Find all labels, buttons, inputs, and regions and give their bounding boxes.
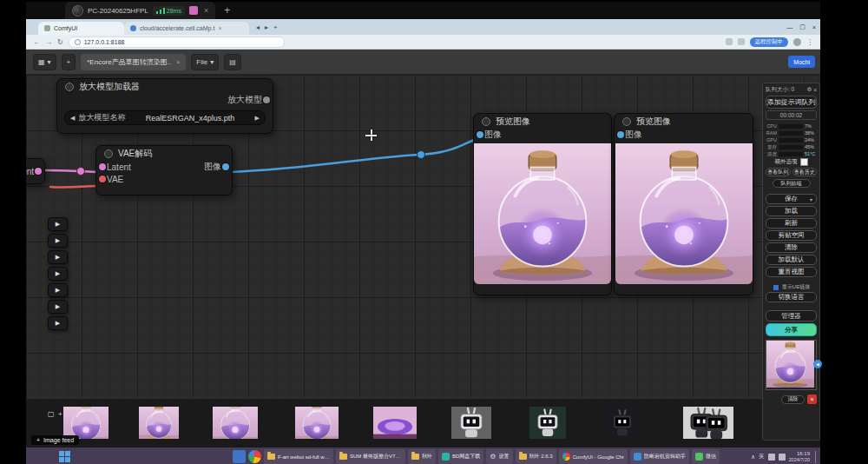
preview-image[interactable]: [615, 143, 753, 284]
close-tab-icon[interactable]: ×: [218, 25, 221, 31]
input-dot-icon[interactable]: [477, 131, 483, 138]
checkbox-icon[interactable]: [800, 158, 808, 166]
profile-avatar[interactable]: [793, 38, 801, 46]
node-header[interactable]: 预览图像: [474, 114, 611, 129]
collapsed-node[interactable]: ▶: [48, 234, 68, 248]
collapse-panel-icon[interactable]: ◀: [813, 360, 822, 368]
node-edge-partial[interactable]: Latent: [26, 158, 45, 184]
feed-thumbnail-robot[interactable]: [605, 407, 640, 439]
close-session-icon[interactable]: ×: [204, 6, 208, 15]
feed-thumbnail-robots[interactable]: [683, 407, 733, 439]
menu-titlebar[interactable]: 队列大小: 0 ⚙ ×: [766, 85, 817, 94]
extra-options-toggle[interactable]: 额外选项: [766, 157, 817, 167]
browser-tab-comfyui[interactable]: ComfyUI: [38, 22, 124, 35]
load-default-button[interactable]: 加载默认: [766, 255, 817, 265]
output-dot-icon[interactable]: [222, 163, 229, 170]
input-dot-icon[interactable]: [99, 163, 106, 170]
extension-icon[interactable]: [726, 38, 733, 45]
view-queue-button[interactable]: 查看队列: [766, 168, 791, 176]
output-slot-latent[interactable]: Latent: [26, 159, 44, 183]
queue-front-button[interactable]: 队列前端: [773, 179, 811, 188]
tab-scroll-left-icon[interactable]: ◂: [256, 23, 260, 31]
show-desktop-button[interactable]: [815, 451, 819, 463]
input-slot-vae[interactable]: VAE: [96, 173, 232, 185]
taskbar-clock[interactable]: 16:19 2024/7/20: [789, 451, 810, 462]
close-workflow-icon[interactable]: ×: [176, 59, 180, 65]
taskbar-item-wechat[interactable]: 微信: [692, 449, 720, 464]
node-preview-image-b[interactable]: 预览图像 图像: [614, 113, 753, 295]
taskbar-pc-icon[interactable]: [233, 450, 246, 463]
node-upscale-model-loader[interactable]: 放大模型加载器 放大模型 ◀ 放大模型名称 RealESRGAN_x4plus.…: [56, 78, 273, 134]
node-header[interactable]: 放大模型加载器: [57, 79, 273, 94]
clipspace-button[interactable]: 剪贴空间: [766, 230, 817, 241]
queue-prompt-button[interactable]: 添加提示词队列: [766, 96, 817, 109]
node-preview-image-a[interactable]: 预览图像 图像: [473, 113, 612, 295]
node-vae-decode[interactable]: VAE解码 Latent 图像 VAE: [95, 145, 233, 196]
feed-thumbnail-bottle[interactable]: [139, 407, 179, 439]
volume-icon[interactable]: [779, 454, 786, 461]
output-dot-icon[interactable]: [263, 96, 270, 103]
back-icon[interactable]: ←: [33, 38, 40, 46]
model-name-widget[interactable]: ◀ 放大模型名称 RealESRGAN_x4plus.pth ▶: [64, 110, 266, 125]
input-slot-image[interactable]: 图像: [615, 129, 753, 141]
feed-panel-icon[interactable]: ▢: [48, 411, 55, 418]
latest-result-thumbnail[interactable]: ◀: [766, 340, 817, 390]
file-menu-button[interactable]: File ▾: [191, 54, 219, 70]
node-header[interactable]: 预览图像: [615, 114, 753, 129]
gear-icon[interactable]: ⚙: [806, 86, 812, 93]
close-feed-icon[interactable]: ×: [807, 394, 817, 404]
workflow-tab[interactable]: *Encore产品草图转渲染图.. ×: [81, 54, 186, 70]
switch-language-button[interactable]: 切换语言: [766, 292, 817, 302]
input-slot-image[interactable]: 图像: [474, 129, 611, 141]
taskbar-item-folder[interactable]: SUM 最终版整合V7调整: [336, 449, 405, 464]
network-icon[interactable]: [768, 454, 775, 461]
collapsed-node[interactable]: ▶: [48, 283, 68, 297]
remote-control-badge[interactable]: 远程控制中: [750, 37, 789, 47]
input-dot-icon[interactable]: [617, 131, 624, 138]
preview-image[interactable]: [474, 143, 611, 284]
session-mode-icon[interactable]: [189, 6, 198, 15]
ue-links-toggle[interactable]: 显示UE链接: [766, 283, 817, 291]
feed-thumbnail-bottle[interactable]: [295, 407, 339, 439]
site-info-icon[interactable]: [75, 39, 81, 45]
forward-icon[interactable]: →: [45, 38, 52, 46]
download-icon[interactable]: [738, 38, 745, 45]
maximize-icon[interactable]: ▢: [799, 23, 806, 30]
save-button[interactable]: 保存 ▾: [766, 194, 817, 204]
feed-move-icon[interactable]: +: [58, 411, 62, 418]
feed-thumbnail-bottle[interactable]: [63, 407, 108, 439]
prev-icon[interactable]: ◀: [70, 115, 75, 122]
start-button[interactable]: [57, 450, 71, 464]
remote-session-tab[interactable]: PC-20240625HFPL 28ms ×: [65, 2, 215, 19]
collapsed-node[interactable]: ▶: [48, 250, 68, 264]
collapse-dot-icon[interactable]: [622, 117, 631, 126]
collapsed-node[interactable]: ▶: [48, 267, 68, 281]
feed-thumbnail-glow[interactable]: [373, 407, 417, 439]
browser-tab-second[interactable]: cloud/accelerate.cell.caMp.t ×: [124, 22, 249, 35]
reset-view-button[interactable]: 重置视图: [766, 267, 817, 277]
bookmark-button[interactable]: ▤: [224, 54, 241, 70]
close-icon[interactable]: ×: [812, 24, 816, 30]
new-tab-icon[interactable]: +: [273, 23, 278, 31]
clear-feed-button[interactable]: 清除: [781, 395, 805, 404]
taskbar-item-folder[interactable]: 秋叶 2.6.3: [516, 449, 556, 464]
workflow-list-button[interactable]: ▦ ▾: [33, 54, 56, 70]
output-slot-upscale-model[interactable]: 放大模型: [57, 94, 273, 106]
collapse-dot-icon[interactable]: [482, 117, 490, 126]
next-icon[interactable]: ▶: [255, 115, 260, 122]
url-input[interactable]: 127.0.0.1:8188: [69, 36, 285, 48]
mochi-badge[interactable]: Mochi: [788, 56, 815, 68]
tab-scroll-right-icon[interactable]: ▸: [265, 23, 268, 31]
feed-thumbnail-bottle[interactable]: [213, 407, 258, 439]
collapsed-node[interactable]: ▶: [48, 316, 68, 330]
manager-button[interactable]: 管理器: [766, 310, 817, 321]
refresh-button[interactable]: 刷新: [766, 218, 817, 229]
new-workflow-button[interactable]: +: [62, 54, 76, 70]
taskbar-item-folder[interactable]: 秋叶: [408, 449, 436, 464]
collapsed-node[interactable]: ▶: [48, 300, 68, 314]
close-icon[interactable]: ×: [813, 87, 817, 93]
taskbar-item-folder[interactable]: F-art webui sd-full web: [264, 449, 333, 464]
feed-thumbnail-robot[interactable]: [529, 407, 566, 439]
taskbar-item-helper[interactable]: 防断宕机剪辑助手: [630, 449, 689, 464]
share-button[interactable]: 分享: [766, 323, 817, 336]
